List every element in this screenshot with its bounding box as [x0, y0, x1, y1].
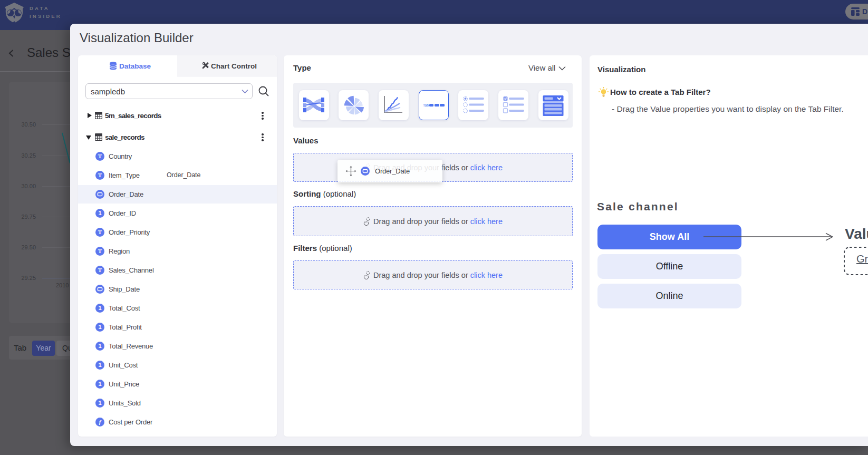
- svg-text:Tab: Tab: [423, 103, 429, 107]
